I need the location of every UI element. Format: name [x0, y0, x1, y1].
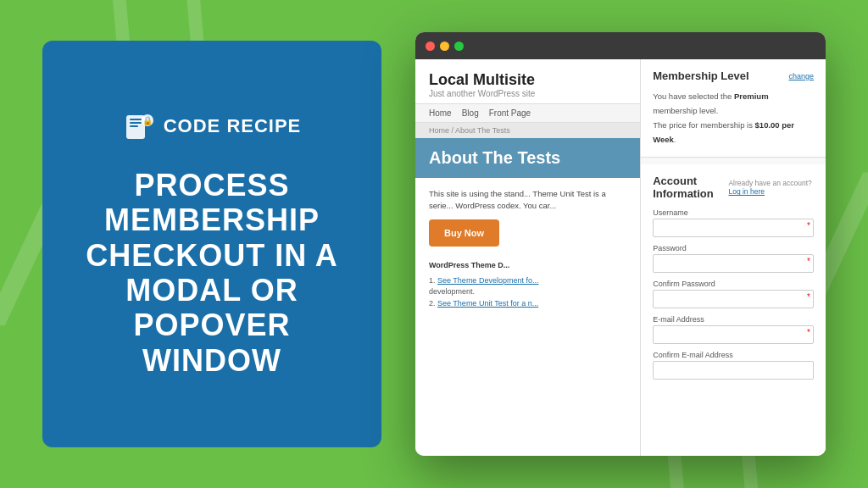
change-link[interactable]: change [788, 72, 814, 80]
svg-text:🔒: 🔒 [142, 115, 153, 126]
confirm-password-required: * [807, 292, 810, 302]
already-have-account-text: Already have an account? [728, 179, 811, 187]
account-info-title: Account Information [653, 175, 728, 200]
blog-intro-text: This site is using the stand... Theme Un… [429, 188, 626, 213]
site-header: Local Multisite Just another WordPress s… [415, 59, 640, 103]
main-title: PROCESS MEMBERSHIP CHECKOUT IN A MODAL O… [68, 168, 356, 378]
background: // // // // 🔒 CODE RECIPE PROCESS MEMBER… [0, 0, 868, 488]
left-panel: 🔒 CODE RECIPE PROCESS MEMBERSHIP CHECKOU… [42, 41, 381, 447]
nav-front-page[interactable]: Front Page [489, 108, 531, 118]
username-required: * [807, 221, 810, 230]
site-title: Local Multisite [429, 71, 626, 89]
right-panel: Local Multisite Just another WordPress s… [415, 32, 826, 456]
password-label: Password [653, 244, 814, 252]
theme-dev-link[interactable]: See Theme Development fo... [437, 276, 538, 285]
confirm-email-field: Confirm E-mail Address [653, 351, 814, 380]
svg-rect-3 [130, 125, 138, 127]
log-in-link[interactable]: Log in here [728, 187, 765, 196]
username-input[interactable] [653, 219, 814, 237]
username-field: Username * [653, 208, 814, 237]
selected-suffix: membership level. [653, 106, 718, 115]
blog-footer-heading: WordPress Theme D... [429, 260, 626, 272]
title-line1: PROCESS [68, 168, 356, 202]
title-line3: CHECKOUT IN A [68, 238, 356, 273]
form-side: Membership Level change You have selecte… [641, 59, 826, 456]
confirm-password-input[interactable] [653, 290, 814, 308]
blog-side: Local Multisite Just another WordPress s… [415, 59, 641, 456]
nav-home[interactable]: Home [429, 108, 452, 118]
list-item-2: 2. See Theme Unit Test for a n... [429, 298, 626, 310]
buy-now-button[interactable]: Buy Now [429, 219, 499, 247]
title-line2: MEMBERSHIP [68, 202, 356, 237]
password-input[interactable] [653, 254, 814, 273]
page-heading: About The Tests [429, 148, 626, 168]
email-wrapper: * [653, 325, 814, 344]
dot-green-icon[interactable] [454, 42, 464, 51]
page-heading-area: About The Tests [415, 138, 640, 178]
password-wrapper: * [653, 254, 814, 273]
logo-text: CODE RECIPE [164, 115, 302, 137]
breadcrumb: Home / About The Tests [415, 123, 640, 138]
site-tagline: Just another WordPress site [429, 89, 626, 98]
email-label: E-mail Address [653, 315, 814, 324]
username-wrapper: * [653, 219, 814, 237]
price-text-row: The price for membership is $10.00 per W… [653, 118, 814, 147]
selected-level: Premium [734, 92, 769, 101]
title-line4: MODAL OR [68, 273, 356, 308]
confirm-email-wrapper [653, 361, 814, 380]
title-line5: POPOVER WINDOW [68, 308, 356, 378]
email-required: * [807, 328, 810, 337]
site-nav: Home Blog Front Page [415, 103, 640, 123]
logo-area: 🔒 CODE RECIPE [123, 110, 302, 142]
membership-level-section: Membership Level change You have selecte… [641, 59, 826, 158]
email-input[interactable] [653, 325, 814, 344]
selected-level-text: You have selected the Premium membership… [653, 89, 814, 118]
theme-unit-link[interactable]: See Theme Unit Test for a n... [437, 299, 538, 308]
confirm-password-wrapper: * [653, 290, 814, 308]
membership-level-title: Membership Level [653, 69, 748, 82]
confirm-email-input[interactable] [653, 361, 814, 380]
blog-body: This site is using the stand... Theme Un… [415, 178, 640, 456]
svg-rect-2 [130, 122, 142, 124]
password-field: Password * [653, 244, 814, 273]
account-info-header: Account Information Already have an acco… [653, 175, 814, 200]
price-label: The price for membership is [653, 120, 753, 130]
selected-text: You have selected the [653, 92, 732, 101]
confirm-password-label: Confirm Password [653, 280, 814, 288]
list-item-1: 1. See Theme Development fo... [429, 275, 626, 287]
browser-titlebar [415, 32, 826, 59]
blog-list: 1. See Theme Development fo... developme… [429, 275, 626, 310]
list-item-dev: development. [429, 286, 626, 298]
confirm-email-label: Confirm E-mail Address [653, 351, 814, 359]
dot-red-icon[interactable] [426, 42, 435, 51]
log-in-area: Already have an account? Log in here [728, 179, 814, 196]
dot-yellow-icon[interactable] [440, 42, 449, 51]
content-wrapper: 🔒 CODE RECIPE PROCESS MEMBERSHIP CHECKOU… [8, 8, 860, 480]
logo-icon: 🔒 [123, 110, 155, 142]
account-section: Account Information Already have an acco… [641, 164, 826, 456]
password-required: * [807, 257, 810, 266]
confirm-password-field: Confirm Password * [653, 280, 814, 308]
email-field: E-mail Address * [653, 315, 814, 344]
svg-rect-1 [130, 119, 142, 120]
membership-level-header: Membership Level change [653, 69, 814, 82]
nav-blog[interactable]: Blog [462, 108, 479, 118]
membership-info: You have selected the Premium membership… [653, 89, 814, 147]
browser-window: Local Multisite Just another WordPress s… [415, 32, 826, 456]
browser-content: Local Multisite Just another WordPress s… [415, 59, 826, 456]
username-label: Username [653, 208, 814, 217]
